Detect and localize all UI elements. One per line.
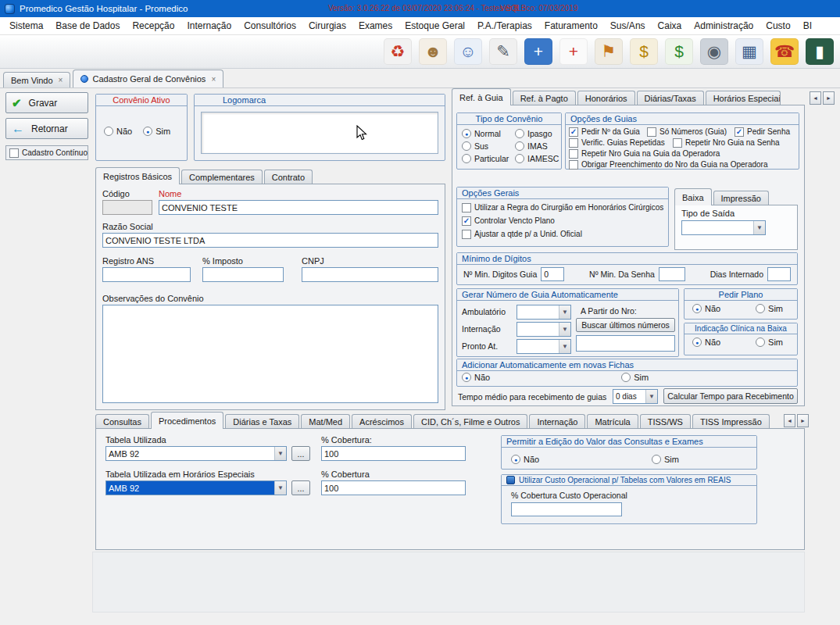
medico-icon[interactable]: ☺	[454, 38, 482, 65]
dropdown-arrow-icon[interactable]	[645, 390, 657, 403]
imposto-field[interactable]	[202, 267, 284, 282]
tab-cadastro-geral-convenios[interactable]: Cadastro Geral de Convênios ×	[73, 70, 223, 88]
menu-item-administracao[interactable]: Administração	[688, 18, 760, 34]
dropdown-arrow-icon[interactable]	[559, 305, 570, 319]
estoque-icon[interactable]: ⚑	[595, 38, 623, 65]
tab-scroll-right-icon[interactable]: ►	[823, 91, 835, 105]
leito-icon[interactable]: +	[524, 38, 552, 65]
radio-ipasgo[interactable]: Ipasgo	[515, 129, 559, 138]
checkbox-so-numeros[interactable]: Só Números (Guia)	[647, 127, 735, 137]
menu-item-estoque-geral[interactable]: Estoque Geral	[399, 18, 471, 34]
tab-contrato[interactable]: Contrato	[264, 170, 313, 184]
checkbox-controlar-vencto-plano[interactable]: ✓Controlar Vencto Plano	[462, 216, 663, 226]
tabela-utilizada-combo[interactable]: AMB 92	[105, 446, 287, 461]
tab-registros-basicos[interactable]: Registros Básicos	[95, 167, 180, 184]
financeiro-icon[interactable]: $	[665, 38, 693, 65]
faturamento-icon[interactable]: $	[630, 38, 658, 65]
dropdown-arrow-icon[interactable]	[559, 323, 570, 336]
a-partir-do-nro-field[interactable]	[576, 335, 675, 352]
checkbox-regra-cirurgiao[interactable]: Utilizar a Regra do Cirurgião em Honorár…	[462, 202, 663, 212]
radio-indicacao-nao[interactable]: ●Não	[692, 338, 720, 347]
tab-scroll-right-icon[interactable]: ►	[797, 414, 809, 427]
menu-item-sus-ans[interactable]: Sus/Ans	[604, 18, 652, 34]
radio-convenio-nao[interactable]: Não	[104, 127, 132, 136]
radio-sus[interactable]: Sus	[462, 141, 515, 151]
menu-item-caixa[interactable]: Caixa	[652, 18, 688, 34]
checkbox-obrigar-preenchimento-nro[interactable]: Obrigar Preenchimento do Nro da Guia na …	[569, 159, 795, 170]
radio-convenio-sim[interactable]: ● Sim	[143, 127, 170, 136]
tab-tiss-impressao[interactable]: TISS Impressão	[692, 414, 770, 429]
ambulancia-icon[interactable]: +	[559, 38, 588, 65]
tab-mat-med[interactable]: Mat/Med	[301, 414, 350, 429]
tab-consultas[interactable]: Consultas	[95, 414, 149, 429]
radio-particular[interactable]: Particular	[462, 154, 515, 163]
dias-internado-field[interactable]	[767, 267, 791, 281]
recepcao-icon[interactable]: ♻	[384, 38, 412, 65]
custo-icon[interactable]: ▦	[735, 38, 763, 65]
min-digitos-guia-field[interactable]: 0	[541, 267, 564, 281]
ambulatorio-combo[interactable]	[517, 305, 571, 320]
telefonia-icon[interactable]: ☎	[770, 38, 799, 65]
tab-scroll-left-icon[interactable]: ◄	[784, 414, 795, 427]
calcular-tempo-button[interactable]: Calcular Tempo para Recebimento	[663, 388, 798, 404]
retornar-button[interactable]: ← Retornar	[5, 118, 88, 139]
checkbox-verific-guias-repetidas[interactable]: Verific. Guias Repetidas	[569, 138, 673, 148]
cobertura2-field[interactable]: 100	[321, 480, 466, 495]
tab-acrescimos[interactable]: Acréscimos	[352, 414, 412, 429]
radio-permitir-nao[interactable]: ●Não	[511, 455, 539, 464]
cobertura-custo-field[interactable]	[511, 502, 622, 516]
radio-normal[interactable]: ●Normal	[462, 129, 515, 138]
cnpj-field[interactable]	[302, 267, 438, 282]
radio-adicionar-sim[interactable]: Sim	[621, 373, 649, 382]
radio-pedir-plano-sim[interactable]: Sim	[756, 304, 783, 313]
radio-pedir-plano-nao[interactable]: ●Não	[692, 304, 720, 313]
checkbox-pedir-numero-guia[interactable]: ✓Pedir Nº da Guia	[569, 127, 647, 137]
menu-item-internacao[interactable]: Internação	[181, 18, 238, 34]
tab-cid-chs-filme-outros[interactable]: CID, Ch´s, Filme e Outros	[413, 414, 528, 429]
dropdown-arrow-icon[interactable]	[274, 447, 286, 460]
pacientes-icon[interactable]: ☻	[419, 38, 447, 65]
prontuario-icon[interactable]: ✎	[489, 38, 517, 65]
min-senha-field[interactable]	[659, 267, 685, 281]
tab-baixa[interactable]: Baixa	[674, 188, 712, 205]
tab-complementares[interactable]: Complementares	[181, 170, 263, 184]
checkbox-repetir-nro-guia-operadora[interactable]: Repetir Nro Guia na Guia da Operadora	[569, 148, 795, 159]
observacoes-textarea[interactable]	[102, 305, 438, 403]
gravar-button[interactable]: ✔ Gravar	[5, 92, 88, 113]
tempo-medio-combo[interactable]: 0 dias	[613, 389, 658, 404]
tabela-horarios-especiais-combo[interactable]: AMB 92	[105, 480, 287, 495]
buscar-ultimos-numeros-button[interactable]: Buscar últimos números	[576, 318, 675, 332]
menu-item-recepcao[interactable]: Recepção	[126, 18, 181, 34]
tab-diarias-taxas[interactable]: Diárias/Taxas	[637, 91, 704, 105]
browse-tabela-button[interactable]: ...	[291, 446, 310, 461]
radio-indicacao-sim[interactable]: Sim	[756, 338, 783, 347]
menu-item-consultorios[interactable]: Consultórios	[238, 18, 302, 34]
tab-matricula[interactable]: Matrícula	[587, 414, 638, 429]
tab-diarias-e-taxas[interactable]: Diárias e Taxas	[225, 414, 299, 429]
dropdown-arrow-icon[interactable]	[753, 221, 765, 234]
menu-item-bi[interactable]: BI	[797, 18, 818, 34]
internacao-combo[interactable]	[517, 322, 571, 337]
menu-item-cirurgias[interactable]: Cirurgias	[302, 18, 352, 34]
bi-icon[interactable]: ▮	[806, 38, 834, 65]
tab-honorarios[interactable]: Honorários	[577, 91, 635, 105]
menu-item-pa-terapias[interactable]: P.A./Terapias	[471, 18, 538, 34]
tab-tiss-ws[interactable]: TISS/WS	[640, 414, 691, 429]
radio-imas[interactable]: IMAS	[515, 141, 559, 151]
checkbox-pedir-senha[interactable]: ✓Pedir Senha	[735, 127, 790, 137]
checkbox-ajustar-qtde[interactable]: Ajustar a qtde p/ a Unid. Oficial	[462, 229, 663, 239]
radio-iamesc[interactable]: IAMESC	[515, 154, 559, 163]
dropdown-arrow-icon[interactable]	[559, 340, 570, 353]
tab-internacao-tabela[interactable]: Internação	[529, 414, 585, 429]
browse-tabela-especiais-button[interactable]: ...	[291, 480, 310, 495]
menu-item-base-de-dados[interactable]: Base de Dados	[49, 18, 126, 34]
close-icon[interactable]: ×	[211, 75, 216, 84]
close-icon[interactable]: ×	[59, 76, 63, 84]
logomarca-image-area[interactable]	[201, 112, 438, 154]
razao-social-field[interactable]: CONVENIO TESTE LTDA	[102, 233, 438, 248]
tab-bem-vindo[interactable]: Bem Vindo ×	[3, 72, 70, 88]
menu-item-faturamento[interactable]: Faturamento	[538, 18, 604, 34]
tab-scroll-left-icon[interactable]: ◄	[810, 91, 821, 105]
tab-ref-a-guia[interactable]: Ref. à Guia	[452, 88, 511, 105]
cadastro-continuo-checkbox[interactable]: Cadastro Contínuo	[5, 145, 88, 160]
